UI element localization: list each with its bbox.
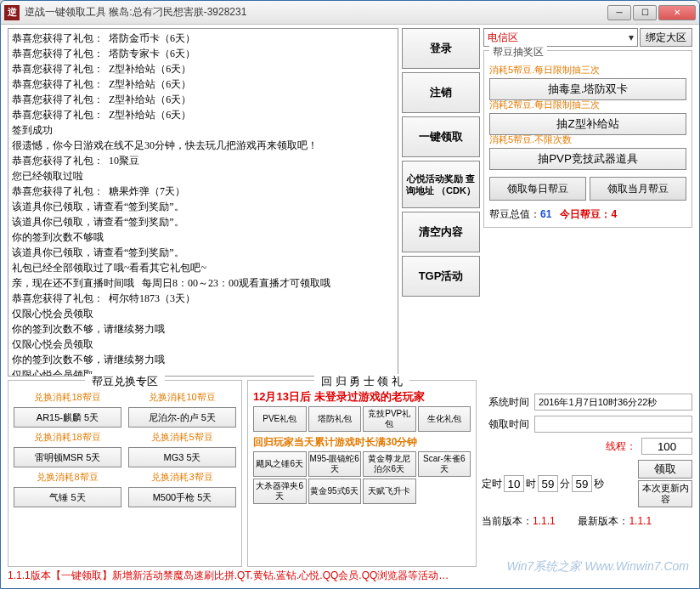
login-button[interactable]: 登录: [402, 28, 480, 69]
sys-time-label: 系统时间: [482, 395, 529, 410]
client-area: 恭喜您获得了礼包： 塔防金币卡（6天） 恭喜您获得了礼包： 塔防专家卡（6天） …: [1, 25, 699, 588]
log-output: 恭喜您获得了礼包： 塔防金币卡（6天） 恭喜您获得了礼包： 塔防专家卡（6天） …: [8, 28, 398, 377]
exchange-button[interactable]: 尼泊尔-的卢 5天: [128, 407, 236, 428]
return-gift-button[interactable]: 飓风之锤6天: [253, 451, 307, 477]
recv-time-label: 领取时间: [482, 417, 529, 432]
return-gift-legend: 回 归 勇 士 领 礼: [314, 374, 409, 389]
draw-button-2[interactable]: 抽Z型补给站: [489, 113, 686, 135]
xinyue-cdk-button[interactable]: 心悦活动奖励 查询地址 （CDK）: [402, 161, 480, 208]
return-gift-title-1: 12月13日后 未登录过游戏的老玩家: [253, 389, 471, 405]
titlebar: 逆 逆战一键领取工具 猴岛:总有刁民想害朕-3928231 ─ ☐ ✕: [1, 1, 699, 25]
return-gift-button[interactable]: 大杀器弹夹6天: [253, 479, 307, 504]
monthly-bean-button[interactable]: 领取当月帮豆: [590, 177, 686, 201]
return-gift-button[interactable]: Scar-朱雀6天: [418, 451, 471, 477]
timer-label: 定时: [482, 477, 502, 491]
update-notes-button[interactable]: 本次更新内容: [638, 480, 692, 507]
return-gift-button[interactable]: 竞技PVP礼包: [363, 406, 416, 432]
return-gift-group: 回 归 勇 士 领 礼 12月13日后 未登录过游戏的老玩家 PVE礼包塔防礼包…: [247, 380, 477, 567]
return-gift-button[interactable]: 黄金尊龙尼泊尔6天: [363, 451, 416, 477]
bind-region-button[interactable]: 绑定大区: [640, 28, 692, 47]
bean-totals: 帮豆总值：61 今日帮豆：4: [489, 207, 686, 222]
tgp-button[interactable]: TGP活动: [402, 256, 480, 297]
thread-input[interactable]: [641, 438, 692, 455]
exchange-button[interactable]: M500手枪 5天: [128, 487, 236, 507]
exchange-cost-label: 兑换消耗18帮豆: [14, 431, 121, 444]
app-window: 逆 逆战一键领取工具 猴岛:总有刁民想害朕-3928231 ─ ☐ ✕ 恭喜您获…: [0, 0, 700, 589]
thread-label: 线程：: [606, 439, 636, 454]
draw-note-1: 消耗5帮豆.每日限制抽三次: [489, 64, 686, 76]
receive-button[interactable]: 领取: [638, 460, 692, 479]
exchange-cost-label: 兑换消耗8帮豆: [14, 471, 121, 484]
return-gift-title-2: 回归玩家当天累计游戏时长满30分钟: [253, 435, 471, 450]
draw-button-3[interactable]: 抽PVP竞技武器道具: [489, 148, 686, 170]
right-panel: 电信区 绑定大区 帮豆抽奖区 消耗5帮豆.每日限制抽三次 抽毒皇.塔防双卡 消耗…: [483, 28, 692, 377]
draw-button-1[interactable]: 抽毒皇.塔防双卡: [489, 78, 686, 100]
return-gift-button[interactable]: 黄金95式6天: [308, 479, 362, 504]
app-icon: 逆: [4, 5, 20, 20]
exchange-button[interactable]: 气锤 5天: [14, 487, 121, 507]
timer-hour-input[interactable]: [504, 475, 524, 492]
exchange-cost-label: 兑换消耗18帮豆: [14, 391, 121, 404]
daily-bean-button[interactable]: 领取每日帮豆: [489, 177, 586, 201]
return-gift-button[interactable]: PVE礼包: [253, 406, 307, 432]
side-buttons: 登录 注销 一键领取 心悦活动奖励 查询地址 （CDK） 清空内容 TGP活动: [402, 28, 480, 377]
sys-time-value: 2016年1月7日10时36分22秒: [534, 394, 692, 411]
exchange-cost-label: 兑换消耗10帮豆: [128, 391, 236, 404]
minimize-button[interactable]: ─: [607, 5, 631, 20]
bean-draw-legend: 帮豆抽奖区: [489, 45, 547, 59]
timer-min-input[interactable]: [538, 475, 558, 492]
bean-draw-group: 帮豆抽奖区 消耗5帮豆.每日限制抽三次 抽毒皇.塔防双卡 消耗2帮豆.每日限制抽…: [483, 50, 692, 228]
exchange-button[interactable]: MG3 5天: [128, 447, 236, 467]
draw-note-2: 消耗2帮豆.每日限制抽三次: [489, 99, 686, 111]
exchange-cost-label: 兑换消耗3帮豆: [128, 471, 236, 484]
bean-exchange-legend: 帮豆兑换专区: [85, 374, 165, 389]
region-combo[interactable]: 电信区: [483, 28, 638, 47]
return-gift-button[interactable]: M95-眼镜蛇6天: [308, 451, 362, 477]
exchange-button[interactable]: AR15-麒麟 5天: [14, 407, 121, 428]
return-gift-button[interactable]: 生化礼包: [418, 406, 471, 432]
recv-time-value: [534, 416, 692, 433]
bean-exchange-group: 帮豆兑换专区 兑换消耗18帮豆兑换消耗10帮豆AR15-麒麟 5天尼泊尔-的卢 …: [8, 380, 242, 567]
return-gift-button[interactable]: 塔防礼包: [308, 406, 362, 432]
clear-log-button[interactable]: 清空内容: [402, 212, 480, 252]
exchange-button[interactable]: 雷明顿MSR 5天: [14, 447, 121, 467]
return-gift-button[interactable]: 天赋飞升卡: [363, 479, 416, 504]
window-controls: ─ ☐ ✕: [607, 5, 696, 20]
exchange-cost-label: 兑换消耗5帮豆: [128, 431, 236, 444]
info-area: 系统时间 2016年1月7日10时36分22秒 领取时间 线程： 定时 时 分: [482, 380, 692, 567]
maximize-button[interactable]: ☐: [633, 5, 657, 20]
footer-notice: 1.1.1版本【一键领取】新增新活动禁魔岛速刷比拼.QT.黄钻.蓝钻.心悦.QQ…: [8, 567, 692, 585]
one-click-button[interactable]: 一键领取: [402, 116, 480, 157]
version-row: 当前版本：1.1.1 最新版本：1.1.1: [482, 514, 692, 529]
window-title: 逆战一键领取工具 猴岛:总有刁民想害朕-3928231: [25, 5, 607, 20]
logout-button[interactable]: 注销: [402, 72, 480, 113]
draw-note-3: 消耗5帮豆.不限次数: [489, 133, 686, 146]
timer-sec-input[interactable]: [572, 475, 592, 492]
close-button[interactable]: ✕: [658, 5, 696, 20]
